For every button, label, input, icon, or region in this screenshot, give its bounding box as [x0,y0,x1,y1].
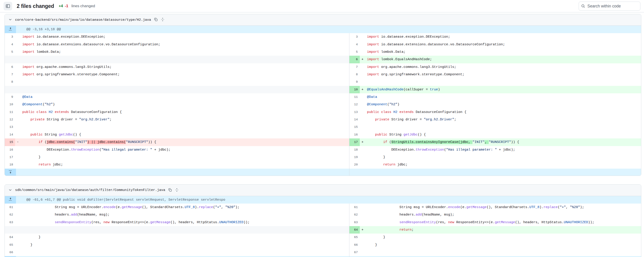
sidebar-toggle-button[interactable] [4,2,12,10]
line-number[interactable]: 12 [5,116,15,123]
diff-marker [360,161,365,168]
line-number[interactable]: 20 [350,161,360,168]
line-number[interactable]: 14 [350,116,360,123]
line-number[interactable]: 9 [5,93,15,101]
line-number[interactable]: 5 [350,48,360,56]
diff-marker [15,71,20,78]
code-segment: getMessage [495,220,515,224]
code-segment: ; [412,228,414,232]
line-number[interactable]: 10 [350,86,360,93]
line-number[interactable]: 63 [5,219,15,226]
unfold-icon [161,18,164,22]
line-number[interactable]: 11 [350,93,360,101]
line-number[interactable]: 4 [350,41,360,48]
line-number[interactable]: 62 [5,211,15,218]
line-number[interactable]: 63 [350,219,360,226]
line-number[interactable]: 12 [350,101,360,108]
diff-marker [15,93,20,101]
line-number[interactable]: 11 [5,108,15,116]
code-line [20,56,349,63]
diff-row: 15- if (jdbc.contains("INIT") || jdbc.co… [5,138,641,146]
line-number[interactable]: 64 [350,226,360,234]
line-number[interactable]: 7 [350,63,360,71]
diff-marker [360,116,365,123]
code-segment: public [30,133,42,136]
code-segment: "%20" [570,205,580,209]
line-number[interactable]: 13 [350,108,360,116]
code-line: @Data [365,93,641,101]
line-number[interactable]: 67 [350,249,360,256]
code-segment: if [383,140,387,144]
code-line: import io.dataease.exception.DEException… [365,33,641,40]
expand-up-button[interactable] [5,26,16,33]
line-number[interactable]: 8 [350,71,360,78]
line-number[interactable]: 3 [5,33,15,40]
diff-row: 11public class H2 extends DatasourceConf… [5,108,641,116]
line-number[interactable]: 6 [5,63,15,71]
line-number[interactable]: 13 [5,123,15,131]
code-segment: () { [73,133,81,136]
line-number[interactable]: 3 [350,33,360,40]
code-segment: import [367,72,379,76]
line-number[interactable]: 15 [5,138,15,146]
line-number[interactable]: 17 [350,138,360,146]
line-number[interactable]: 7 [5,71,15,78]
expand-up-button[interactable] [5,196,16,204]
expand-up-icon [8,198,12,202]
diff-marker: + [360,56,365,63]
line-number[interactable]: 19 [350,154,360,161]
collapse-file-button[interactable] [8,18,12,22]
line-number[interactable]: 10 [5,101,15,108]
line-number[interactable]: 65 [350,234,360,241]
code-segment: (headName, msg); [77,213,110,217]
diff-row: 61 String msg = URLEncoder.encode(e.getM… [5,204,641,211]
line-number[interactable]: 65 [5,241,15,249]
diff-side-new: 8import org.springframework.stereotype.C… [349,71,641,78]
code-segment: ( [387,140,391,144]
code-segment [22,163,38,166]
search-box[interactable] [579,2,640,10]
line-number[interactable]: 18 [350,146,360,154]
line-number[interactable]: 16 [5,146,15,154]
diff-side-old: 17 } [5,154,349,161]
unfold-icon [175,188,179,192]
copy-path-button[interactable] [168,188,172,192]
code-line: if (jdbc.contains("INIT") || jdbc.contai… [20,138,349,146]
code-segment: public [375,133,387,136]
code-segment: io.dataease.exception.DEException; [34,35,106,39]
code-segment: UTF_8 [529,205,540,209]
expand-all-button[interactable] [161,18,164,22]
line-number[interactable]: 18 [5,161,15,168]
code-segment [34,110,36,114]
line-number[interactable]: 17 [5,154,15,161]
line-number[interactable]: 16 [350,131,360,138]
line-number[interactable]: 9 [350,78,360,86]
expand-all-button[interactable] [175,188,179,192]
line-number[interactable]: 4 [5,41,15,48]
expand-down-button[interactable] [5,169,16,176]
line-number[interactable]: 15 [350,123,360,131]
search-input[interactable] [587,4,638,9]
line-number[interactable]: 14 [5,131,15,138]
line-number[interactable]: 66 [350,241,360,249]
line-number[interactable]: 64 [5,234,15,241]
collapse-file-button[interactable] [8,188,12,192]
line-number[interactable]: 66 [5,249,15,256]
line-number[interactable]: 61 [5,204,15,211]
expand-down-button[interactable] [5,256,16,257]
diff-marker [15,249,20,256]
line-number[interactable]: 8 [5,78,15,86]
code-segment: getMessage [122,205,142,209]
diff-marker [360,48,365,56]
line-number[interactable]: 61 [350,204,360,211]
diff-marker [15,123,20,131]
code-segment: true [430,88,438,92]
code-segment: import [22,42,34,46]
line-number[interactable]: 5 [5,48,15,56]
line-number[interactable]: 62 [350,211,360,218]
line-number[interactable]: 6 [350,56,360,63]
copy-path-button[interactable] [154,18,158,22]
diff-marker [15,63,20,71]
diff-marker [15,226,20,234]
code-segment: ); [580,205,584,209]
